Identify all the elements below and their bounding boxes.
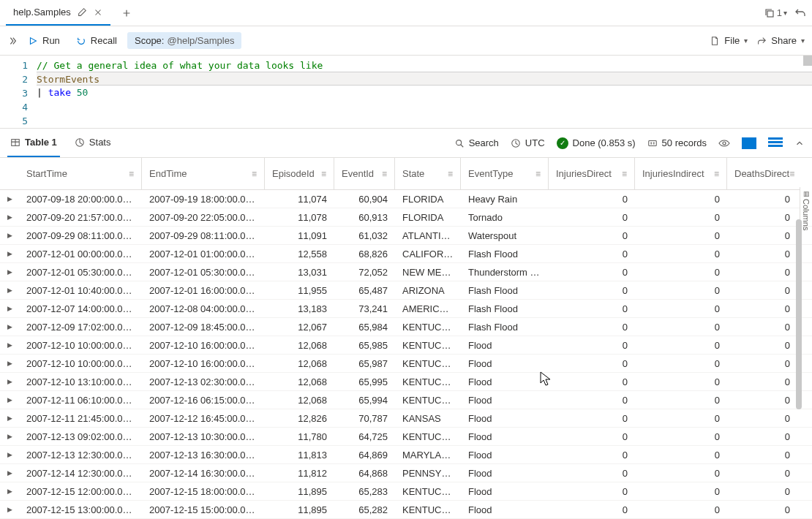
column-menu-icon[interactable]: ≡ <box>448 169 453 179</box>
table-row[interactable]: ▶2007-09-20 21:57:00.00002007-09-20 22:0… <box>0 208 812 227</box>
table-row[interactable]: ▶2007-12-10 10:00:00.00002007-12-10 16:0… <box>0 355 812 373</box>
expand-row-icon[interactable]: ▶ <box>0 323 19 330</box>
column-menu-icon[interactable]: ≡ <box>535 169 541 179</box>
table-row[interactable]: ▶2007-12-15 13:00:00.00002007-12-15 15:0… <box>0 501 812 519</box>
column-episodeid[interactable]: EpisodeId≡ <box>265 158 334 189</box>
column-menu-icon[interactable]: ≡ <box>789 169 794 179</box>
column-menu-icon[interactable]: ≡ <box>714 169 719 179</box>
expand-row-icon[interactable]: ▶ <box>0 396 19 404</box>
column-menu-icon[interactable]: ≡ <box>622 169 627 179</box>
editor-code[interactable]: // Get a general idea of what your data … <box>37 56 812 128</box>
edit-icon[interactable] <box>77 7 87 18</box>
column-deathsdirect[interactable]: DeathsDirect≡ <box>727 158 797 189</box>
expand-row-icon[interactable]: ▶ <box>0 268 19 276</box>
eye-icon[interactable] <box>718 137 730 149</box>
column-menu-icon[interactable]: ≡ <box>129 169 134 179</box>
cell-injuriesindirect: 0 <box>635 285 727 296</box>
column-menu-icon[interactable]: ≡ <box>382 169 387 179</box>
cell-episodeid: 12,067 <box>265 322 334 333</box>
column-menu-icon[interactable]: ≡ <box>321 169 326 179</box>
expand-row-icon[interactable]: ▶ <box>0 488 19 495</box>
share-button[interactable]: Share ▾ <box>756 35 805 46</box>
expand-row-icon[interactable]: ▶ <box>0 195 19 202</box>
undo-icon[interactable] <box>794 7 806 19</box>
cell-eventid: 60,904 <box>334 194 395 205</box>
column-eventtype[interactable]: EventType≡ <box>461 158 549 189</box>
scope-value: @help/Samples <box>167 35 234 46</box>
chevron-down-icon: ▾ <box>783 9 787 17</box>
cell-eventid: 64,725 <box>334 431 395 442</box>
columns-panel-toggle[interactable]: ▥ Columns <box>800 187 812 225</box>
table-row[interactable]: ▶2007-12-10 13:10:00.00002007-12-13 02:3… <box>0 373 812 391</box>
expand-row-icon[interactable]: ▶ <box>0 232 19 239</box>
expand-row-icon[interactable]: ▶ <box>0 378 19 385</box>
editor-scrollbar[interactable] <box>803 56 812 66</box>
cell-endtime: 2007-12-15 18:00:00.0000 <box>142 486 265 497</box>
table-row[interactable]: ▶2007-12-13 12:30:00.00002007-12-13 16:3… <box>0 446 812 464</box>
table-row[interactable]: ▶2007-12-09 17:02:00.00002007-12-09 18:4… <box>0 318 812 336</box>
view-mode-card[interactable] <box>742 137 756 149</box>
table-row[interactable]: ▶2007-12-01 10:40:00.00002007-12-01 16:0… <box>0 281 812 300</box>
column-injuriesdirect[interactable]: InjuriesDirect≡ <box>549 158 635 189</box>
tab-table[interactable]: Table 1 <box>7 129 60 157</box>
column-menu-icon[interactable]: ≡ <box>252 169 257 179</box>
cell-deathsdirect: 0 <box>727 413 797 424</box>
table-row[interactable]: ▶2007-12-11 21:45:00.00002007-12-12 16:4… <box>0 409 812 428</box>
cell-injuriesdirect: 0 <box>549 450 635 461</box>
table-row[interactable]: ▶2007-12-14 12:30:00.00002007-12-14 16:3… <box>0 464 812 482</box>
toolbar: Run Recall Scope: @help/Samples File ▾ S… <box>0 26 812 56</box>
table-row[interactable]: ▶2007-09-18 20:00:00.00002007-09-19 18:0… <box>0 190 812 208</box>
column-state[interactable]: State≡ <box>395 158 461 189</box>
new-tab-button[interactable] <box>116 3 137 23</box>
expand-row-icon[interactable]: ▶ <box>0 305 19 312</box>
close-icon[interactable] <box>93 7 103 18</box>
cell-eventid: 72,052 <box>334 267 395 278</box>
query-editor[interactable]: 1 2 3 4 5 // Get a general idea of what … <box>0 56 812 129</box>
expand-row-icon[interactable]: ▶ <box>0 250 19 257</box>
scope-pill[interactable]: Scope: @help/Samples <box>127 32 241 49</box>
view-mode-rows[interactable] <box>768 137 783 149</box>
copy-button[interactable]: 1 ▾ <box>764 7 787 19</box>
expand-row-icon[interactable]: ▶ <box>0 360 19 367</box>
column-starttime[interactable]: StartTime≡ <box>19 158 142 189</box>
cell-endtime: 2007-12-13 16:30:00.0000 <box>142 450 265 461</box>
utc-button[interactable]: UTC <box>511 137 545 148</box>
file-icon <box>710 36 720 46</box>
cell-deathsdirect: 0 <box>727 376 797 387</box>
expand-row-icon[interactable]: ▶ <box>0 213 19 221</box>
tab-stats[interactable]: Stats <box>72 129 114 157</box>
table-row[interactable]: ▶2007-12-15 12:00:00.00002007-12-15 18:0… <box>0 482 812 501</box>
table-row[interactable]: ▶2007-12-11 06:10:00.00002007-12-16 06:1… <box>0 391 812 409</box>
table-row[interactable]: ▶2007-12-10 10:00:00.00002007-12-10 16:0… <box>0 336 812 355</box>
column-endtime[interactable]: EndTime≡ <box>142 158 265 189</box>
expand-row-icon[interactable]: ▶ <box>0 287 19 294</box>
expand-row-icon[interactable]: ▶ <box>0 506 19 513</box>
table-row[interactable]: ▶2007-09-29 08:11:00.00002007-09-29 08:1… <box>0 227 812 245</box>
expand-row-icon[interactable]: ▶ <box>0 414 19 422</box>
file-button[interactable]: File ▾ <box>710 35 748 46</box>
run-button[interactable]: Run <box>22 32 66 49</box>
cell-episodeid: 12,068 <box>265 358 334 369</box>
expand-row-icon[interactable]: ▶ <box>0 451 19 458</box>
expand-row-icon[interactable]: ▶ <box>0 469 19 477</box>
recall-button[interactable]: Recall <box>70 32 123 49</box>
column-injuriesindirect[interactable]: InjuriesIndirect≡ <box>635 158 727 189</box>
tab-help-samples[interactable]: help.Samples <box>6 0 110 26</box>
column-eventid[interactable]: EventId≡ <box>334 158 395 189</box>
table-row[interactable]: ▶2007-12-01 05:30:00.00002007-12-01 05:3… <box>0 263 812 281</box>
expand-query-icon[interactable] <box>7 36 18 46</box>
expand-row-icon[interactable]: ▶ <box>0 433 19 440</box>
cell-injuriesindirect: 0 <box>635 486 727 497</box>
cell-eventtype: Waterspout <box>461 230 549 241</box>
table-row[interactable]: ▶2007-12-13 09:02:00.00002007-12-13 10:3… <box>0 428 812 446</box>
expand-row-icon[interactable]: ▶ <box>0 341 19 349</box>
search-button[interactable]: Search <box>454 137 499 148</box>
cell-starttime: 2007-12-01 00:00:00.0000 <box>19 249 142 260</box>
results-scrollbar[interactable] <box>796 219 802 409</box>
expand-results-icon[interactable] <box>794 138 805 148</box>
table-row[interactable]: ▶2007-12-01 00:00:00.00002007-12-01 01:0… <box>0 245 812 263</box>
utc-label: UTC <box>525 137 545 148</box>
run-label: Run <box>42 35 60 46</box>
cell-episodeid: 12,826 <box>265 413 334 424</box>
table-row[interactable]: ▶2007-12-07 14:00:00.00002007-12-08 04:0… <box>0 300 812 318</box>
